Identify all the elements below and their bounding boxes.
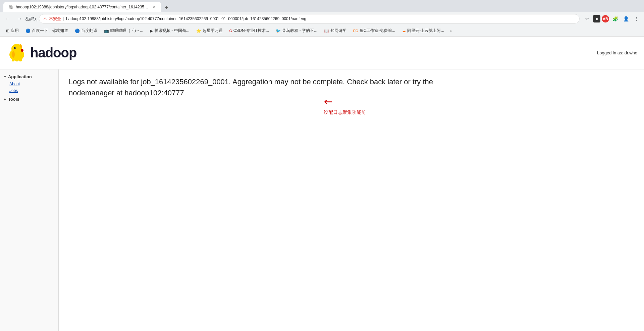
sidebar-application-header[interactable]: ▼ Application xyxy=(0,73,58,81)
bookmark-translate[interactable]: 🔵 百度翻译 xyxy=(72,27,100,35)
runoob-icon: 🐦 xyxy=(276,29,281,33)
tools-arrow-icon: ► xyxy=(3,97,7,101)
bookmark-csdn[interactable]: C CSDN-专业IT技术... xyxy=(227,27,272,35)
forward-button[interactable]: → xyxy=(15,14,24,23)
tab-favicon: 🐘 xyxy=(9,5,14,9)
sidebar-tools-label: Tools xyxy=(8,97,19,102)
bookmark-translate-label: 百度翻译 xyxy=(81,28,97,34)
bookmark-runoob[interactable]: 🐦 菜鸟教程 - 学的不... xyxy=(273,27,320,35)
svg-rect-5 xyxy=(19,57,22,61)
svg-point-9 xyxy=(15,47,15,48)
bookmark-tencent-label: 腾讯视频 - 中国领... xyxy=(154,28,190,34)
bookmark-cnki-label: 知网研学 xyxy=(330,28,346,34)
separator: | xyxy=(63,16,64,21)
bookmarks-bar: ⊞ 应用 🔵 百度一下，你就知道 🔵 百度翻译 📺 哔哩哔哩（`-´)→... … xyxy=(0,26,644,36)
extensions-button[interactable]: 🧩 xyxy=(610,14,620,23)
bookmark-apps[interactable]: ⊞ 应用 xyxy=(3,27,21,35)
sidebar-item-about[interactable]: About xyxy=(7,81,58,87)
hadoop-logo: hadoop xyxy=(7,42,76,64)
sidebar-item-jobs[interactable]: Jobs xyxy=(7,87,58,94)
bookmark-apps-label: 应用 xyxy=(11,28,19,34)
logged-in-label: Logged in as: dr.who xyxy=(597,50,637,55)
page-body: ▼ Application About Jobs ► Tools Logs no… xyxy=(0,69,644,331)
address-bar[interactable]: ⚠ 不安全 | hadoop102:19888/jobhistory/logs/… xyxy=(39,14,580,23)
browser-chrome: 🐘 hadoop102:19888/jobhistory/logs/hadoop… xyxy=(0,0,644,37)
bookmark-chaoxing-label: 超星学习通 xyxy=(203,28,223,34)
reload-button[interactable]: &#↻; xyxy=(27,14,36,23)
csdn-icon: C xyxy=(229,29,232,33)
logo-text: hadoop xyxy=(30,45,76,60)
bookmark-fishc[interactable]: FC 鱼C工作室-免费编... xyxy=(351,27,398,35)
baidu-icon: 🔵 xyxy=(25,29,31,33)
browser-tab[interactable]: 🐘 hadoop102:19888/jobhistory/logs/hadoop… xyxy=(3,2,161,12)
security-icon: ⚠ xyxy=(43,16,47,21)
bookmark-csdn-label: CSDN-专业IT技术... xyxy=(233,28,269,34)
bookmark-bilibili[interactable]: 📺 哔哩哔哩（`-´)→... xyxy=(101,27,146,35)
apps-icon: ⊞ xyxy=(6,29,9,33)
extension-icon-2[interactable]: AB xyxy=(602,15,609,22)
bookmark-chaoxing[interactable]: ⭐ 超星学习通 xyxy=(194,27,225,35)
extension-icon-1[interactable]: ■ xyxy=(593,15,600,22)
fishc-icon: FC xyxy=(353,29,358,33)
svg-point-8 xyxy=(14,47,16,49)
chaoxing-icon: ⭐ xyxy=(196,29,201,33)
bookmark-baidu[interactable]: 🔵 百度一下，你就知道 xyxy=(23,27,71,35)
translate-icon: 🔵 xyxy=(75,29,80,33)
page-header: hadoop Logged in as: dr.who xyxy=(0,37,644,69)
tencent-icon: ▶ xyxy=(150,29,153,33)
bilibili-icon: 📺 xyxy=(104,29,109,33)
sidebar-application-label: Application xyxy=(8,74,32,79)
svg-point-11 xyxy=(21,49,23,52)
bookmark-star-button[interactable]: ☆ xyxy=(582,14,592,23)
bookmark-baidu-label: 百度一下，你就知道 xyxy=(32,28,68,34)
elephant-icon xyxy=(7,42,30,64)
main-content: Logs not available for job_1614235602269… xyxy=(59,69,644,331)
sidebar-section-tools: ► Tools xyxy=(0,95,58,103)
sidebar: ▼ Application About Jobs ► Tools xyxy=(0,69,59,331)
tab-title: hadoop102:19888/jobhistory/logs/hadoop10… xyxy=(16,5,150,9)
bookmark-aliyun-label: 阿里云-上云就上阿... xyxy=(407,28,444,34)
bookmark-fishc-label: 鱼C工作室-免费编... xyxy=(360,28,395,34)
url-text: hadoop102:19888/jobhistory/logs/hadoop10… xyxy=(66,16,575,21)
bookmark-runoob-label: 菜鸟教程 - 学的不... xyxy=(282,28,317,34)
tab-close-icon[interactable]: ✕ xyxy=(153,5,156,9)
sidebar-tools-header[interactable]: ► Tools xyxy=(0,95,58,103)
aliyun-icon: ☁ xyxy=(402,29,406,33)
main-message: Logs not available for job_1614235602269… xyxy=(69,76,471,98)
page: hadoop Logged in as: dr.who ▼ Applicatio… xyxy=(0,37,644,331)
profile-button[interactable]: 👤 xyxy=(621,14,631,23)
bookmark-aliyun[interactable]: ☁ 阿里云-上云就上阿... xyxy=(399,27,447,35)
sidebar-application-items: About Jobs xyxy=(0,81,58,94)
cnki-icon: 📖 xyxy=(324,29,329,33)
new-tab-button[interactable]: + xyxy=(161,4,172,11)
application-arrow-icon: ▼ xyxy=(3,75,7,79)
menu-button[interactable]: ⋮ xyxy=(632,14,641,23)
more-bookmarks[interactable]: » xyxy=(449,29,452,33)
svg-rect-4 xyxy=(15,57,18,61)
annotation-text: 没配日志聚集功能前 xyxy=(324,109,366,115)
browser-tabs: 🐘 hadoop102:19888/jobhistory/logs/hadoop… xyxy=(0,0,644,12)
bookmark-cnki[interactable]: 📖 知网研学 xyxy=(321,27,349,35)
bookmark-bilibili-label: 哔哩哔哩（`-´)→... xyxy=(110,28,143,34)
sidebar-section-application: ▼ Application About Jobs xyxy=(0,73,58,94)
bookmark-tencent-video[interactable]: ▶ 腾讯视频 - 中国领... xyxy=(147,27,192,35)
security-label: 不安全 xyxy=(49,16,61,22)
browser-toolbar: ← → &#↻; ⚠ 不安全 | hadoop102:19888/jobhist… xyxy=(0,12,644,26)
toolbar-actions: ☆ ■ AB 🧩 👤 ⋮ xyxy=(582,14,641,23)
annotation: ↖ 没配日志聚集功能前 xyxy=(324,96,366,115)
back-button[interactable]: ← xyxy=(3,14,12,23)
svg-point-10 xyxy=(12,51,15,58)
